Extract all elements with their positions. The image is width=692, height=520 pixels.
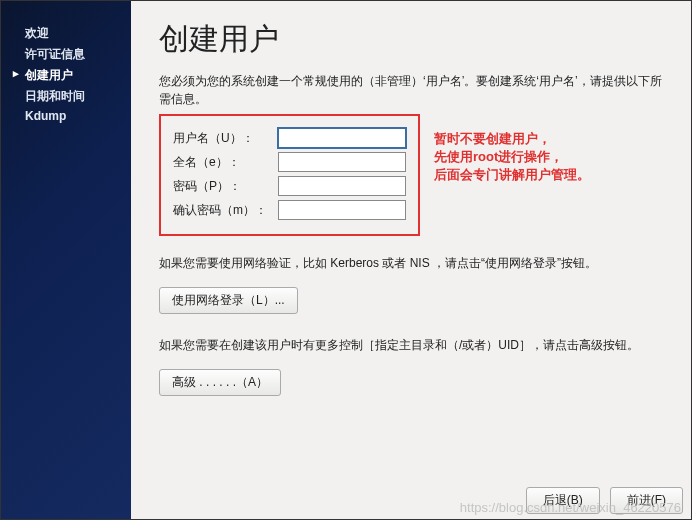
sidebar-item-label: Kdump — [25, 109, 66, 123]
confirm-label: 确认密码（m）： — [173, 202, 278, 219]
advanced-button[interactable]: 高级 . . . . . .（A） — [159, 369, 281, 396]
annotation-line-1: 暂时不要创建用户， — [434, 130, 590, 148]
username-input[interactable] — [278, 128, 406, 148]
annotation-line-3: 后面会专门讲解用户管理。 — [434, 166, 590, 184]
sidebar-item-kdump: Kdump — [1, 107, 131, 125]
annotation-text: 暂时不要创建用户， 先使用root进行操作， 后面会专门讲解用户管理。 — [434, 130, 590, 185]
username-label: 用户名（U）： — [173, 130, 278, 147]
sidebar-item-create-user: 创建用户 — [1, 65, 131, 86]
intro-text: 您必须为您的系统创建一个常规使用的（非管理）‘用户名’。要创建系统‘用户名’，请… — [159, 72, 663, 108]
annotation-line-2: 先使用root进行操作， — [434, 148, 590, 166]
confirm-password-input[interactable] — [278, 200, 406, 220]
page-title: 创建用户 — [159, 19, 663, 60]
sidebar-item-license: 许可证信息 — [1, 44, 131, 65]
sidebar-item-label: 日期和时间 — [25, 89, 85, 103]
fullname-label: 全名（e）： — [173, 154, 278, 171]
password-input[interactable] — [278, 176, 406, 196]
sidebar-item-welcome: 欢迎 — [1, 23, 131, 44]
form-fields-box: 用户名（U）： 全名（e）： 密码（P）： 确认密码（m）： — [159, 114, 420, 236]
sidebar-item-label: 欢迎 — [25, 26, 49, 40]
forward-button[interactable]: 前进(F) — [610, 487, 683, 514]
sidebar: 欢迎 许可证信息 创建用户 日期和时间 Kdump — [1, 1, 131, 519]
network-note: 如果您需要使用网络验证，比如 Kerberos 或者 NIS ，请点击“使用网络… — [159, 254, 663, 273]
advanced-note: 如果您需要在创建该用户时有更多控制［指定主目录和（/或者）UID］，请点击高级按… — [159, 336, 663, 355]
sidebar-item-label: 许可证信息 — [25, 47, 85, 61]
fullname-input[interactable] — [278, 152, 406, 172]
back-button[interactable]: 后退(B) — [526, 487, 600, 514]
main-panel: 创建用户 您必须为您的系统创建一个常规使用的（非管理）‘用户名’。要创建系统‘用… — [131, 1, 691, 519]
sidebar-item-label: 创建用户 — [25, 68, 73, 82]
network-login-button[interactable]: 使用网络登录（L）... — [159, 287, 298, 314]
sidebar-item-datetime: 日期和时间 — [1, 86, 131, 107]
password-label: 密码（P）： — [173, 178, 278, 195]
